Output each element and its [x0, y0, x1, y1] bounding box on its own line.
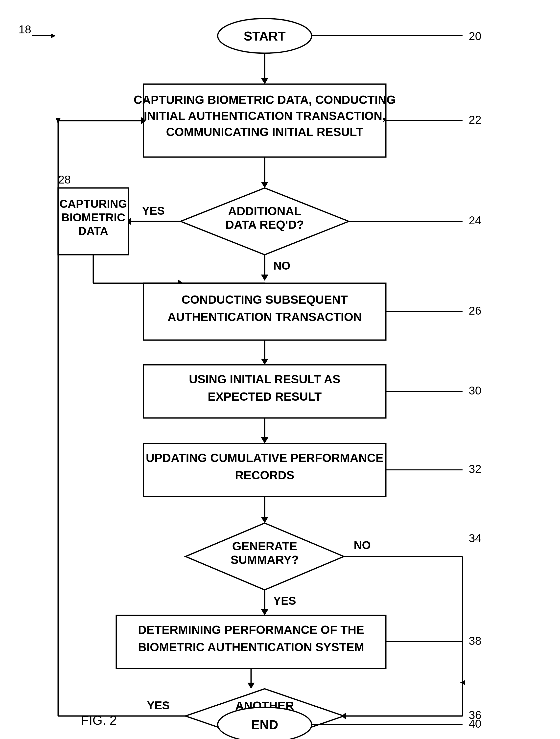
svg-marker-79 — [261, 517, 268, 523]
box22-line3: COMMUNICATING INITIAL RESULT — [166, 125, 363, 139]
svg-marker-66 — [261, 275, 268, 281]
ref-26: 26 — [469, 304, 481, 317]
svg-marker-71 — [261, 358, 268, 365]
end-label: END — [251, 718, 278, 732]
diamond34-line1: GENERATE — [232, 540, 297, 553]
svg-marker-75 — [261, 437, 268, 443]
ref-28: 28 — [58, 173, 71, 186]
box38-line2: BIOMETRIC AUTHENTICATION SYSTEM — [138, 640, 364, 654]
svg-marker-83 — [261, 609, 268, 615]
fig-label: FIG. 2 — [81, 713, 117, 727]
box32-line1: UPDATING CUMULATIVE PERFORMANCE — [146, 451, 384, 464]
box30-line1: USING INITIAL RESULT AS — [189, 373, 340, 386]
diamond24-line2: DATA REQ'D? — [225, 218, 304, 231]
ref-20: 20 — [469, 30, 481, 42]
ref-38: 38 — [469, 634, 481, 647]
ref-40: 40 — [469, 717, 481, 730]
yes-label-34: YES — [273, 594, 296, 607]
svg-marker-48 — [51, 33, 56, 38]
box22-line1: CAPTURING BIOMETRIC DATA, CONDUCTING — [134, 93, 396, 106]
box26-line1: CONDUCTING SUBSEQUENT — [181, 293, 348, 306]
box28-line3: DATA — [79, 225, 108, 238]
box30-line2: EXPECTED RESULT — [208, 390, 322, 403]
start-label: START — [244, 29, 286, 43]
box28-line2: BIOMETRIC — [61, 211, 125, 224]
svg-marker-93 — [341, 712, 346, 720]
ref-24: 24 — [469, 214, 481, 227]
ref-18-label: 18 — [19, 23, 31, 36]
no-label-34: NO — [354, 539, 371, 552]
box28-line1: CAPTURING — [59, 197, 127, 210]
ref-34: 34 — [469, 532, 481, 545]
yes-label-24: YES — [142, 204, 165, 217]
diamond34-line2: SUMMARY? — [231, 553, 299, 566]
main-diagram: 18 START 20 CAPTURING BIOMETRIC DATA, CO… — [0, 0, 560, 739]
no-label-24: NO — [273, 259, 290, 272]
svg-marker-89 — [247, 683, 255, 689]
ref-30: 30 — [469, 384, 481, 397]
yes-label-36: YES — [147, 699, 170, 712]
svg-marker-56 — [261, 182, 268, 188]
diamond24-line1: ADDITIONAL — [228, 204, 301, 217]
box26-line2: AUTHENTICATION TRANSACTION — [167, 310, 362, 323]
box38-line1: DETERMINING PERFORMANCE OF THE — [138, 623, 364, 636]
svg-marker-52 — [261, 78, 268, 84]
ref-32: 32 — [469, 462, 481, 475]
box32-line2: RECORDS — [235, 469, 294, 482]
ref-22: 22 — [469, 113, 481, 126]
box22-line2: INITIAL AUTHENTICATION TRANSACTION, — [144, 109, 386, 122]
